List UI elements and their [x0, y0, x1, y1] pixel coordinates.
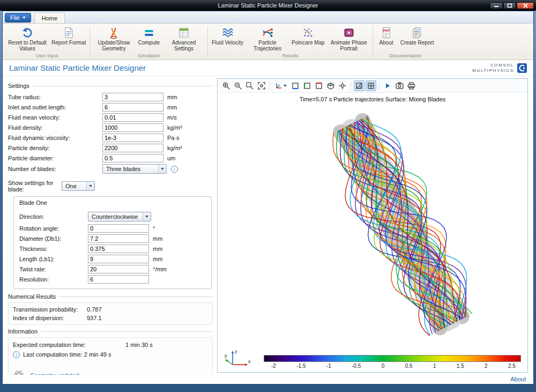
colorbar-tick: -2 [271, 363, 276, 369]
scene-light-icon[interactable] [337, 80, 348, 91]
colorbar: -2 -1.5 -1 -0.5 0 0.5 1 1.5 2 2.5 [264, 355, 521, 369]
twist-rate-input[interactable] [88, 265, 149, 273]
result-row: Transmission probability: 0.787 [13, 305, 208, 314]
field-unit: kg/m³ [167, 124, 182, 131]
view-yz-plane-icon[interactable] [302, 80, 312, 91]
button-label: Reset to Default Values [8, 40, 47, 51]
compute-icon [143, 26, 155, 39]
zoom-out-icon[interactable] [233, 80, 243, 91]
brand-line-2: MULTIPHYSICS [472, 68, 514, 73]
show-blade-select[interactable]: One [62, 181, 95, 191]
field-row-fluid-mean-velocity: Fluid mean velocity: m/s [8, 112, 213, 122]
direction-select[interactable]: Counterclockwise [88, 212, 151, 221]
field-unit: Pa·s [167, 135, 180, 141]
number-of-blades-select[interactable]: Three blades [102, 164, 167, 174]
poincare-map-button[interactable]: Poincare Map [289, 25, 327, 46]
information-box: Expected computation time: 1 min 30 s La… [8, 337, 213, 375]
ribbon: Reset to Default Values Report Format Us… [3, 24, 533, 60]
view-xy-plane-icon[interactable] [290, 80, 301, 91]
advanced-settings-button[interactable]: Advanced Settings [162, 25, 206, 51]
default-3d-view-icon[interactable] [325, 80, 336, 91]
file-menu-button[interactable]: File [5, 13, 31, 23]
field-unit: mm [153, 235, 162, 242]
minimize-icon [494, 3, 499, 8]
chevron-down-icon [158, 165, 166, 173]
zoom-extents-icon[interactable] [256, 80, 267, 91]
info-icon [13, 351, 20, 358]
field-label: Resolution: [19, 276, 88, 283]
field-row-number-of-blades: Number of blades: Three blades [8, 163, 213, 175]
view-orientation-dropdown[interactable] [273, 80, 289, 91]
file-menu-label: File [10, 14, 20, 21]
numerical-results-box: Transmission probability: 0.787 Index of… [8, 302, 213, 325]
create-report-button[interactable]: Create Report [398, 25, 436, 46]
button-label: Animate Phase Portrait [329, 40, 369, 51]
field-label: Diameter (Db1): [19, 235, 88, 242]
zoom-box-icon[interactable] [244, 80, 255, 91]
view-zx-plane-icon[interactable] [314, 80, 324, 91]
play-animation-icon[interactable] [382, 80, 393, 91]
field-label: Fluid dynamic viscosity: [8, 135, 102, 141]
about-link[interactable]: About [510, 376, 526, 382]
maximize-button[interactable] [503, 2, 516, 9]
fluid-dynamic-viscosity-input[interactable] [102, 134, 163, 142]
field-row-tube-radius: Tube radius: mm [8, 92, 213, 102]
zoom-in-icon[interactable] [221, 80, 232, 91]
reset-defaults-button[interactable]: Reset to Default Values [5, 25, 49, 51]
report-format-button[interactable]: Report Format [49, 25, 88, 46]
ribbon-group-documentation: PDF About Create Report Documentation [374, 25, 437, 60]
chevron-down-icon [143, 212, 151, 221]
selected-option: One [62, 183, 86, 189]
pdf-document-icon: PDF [380, 26, 393, 39]
snapshot-icon[interactable] [394, 80, 405, 91]
transparency-toggle-icon[interactable] [354, 80, 364, 91]
tab-home[interactable]: Home [34, 12, 65, 23]
result-row: Index of dispersion: 937.1 [13, 314, 208, 322]
mixer-3d-plot [218, 103, 527, 349]
particle-trajectories-button[interactable]: Particle Trajectories [245, 25, 289, 51]
fluid-mean-velocity-input[interactable] [102, 113, 163, 122]
update-show-geometry-button[interactable]: Update/Show Geometry [92, 25, 136, 51]
thickness-input[interactable] [88, 245, 149, 253]
button-label: Update/Show Geometry [94, 40, 133, 51]
inlet-outlet-length-input[interactable] [102, 103, 163, 112]
tube-radius-input[interactable] [102, 93, 163, 101]
field-row-thickness: Thickness: mm [19, 243, 207, 254]
field-label: Fluid mean velocity: [8, 114, 102, 121]
compute-button[interactable]: Compute [136, 25, 162, 46]
close-button[interactable] [517, 2, 534, 9]
titlebar[interactable]: Laminar Static Particle Mixer Designer [0, 0, 536, 11]
wireframe-toggle-icon[interactable] [366, 80, 376, 91]
page-title: Laminar Static Particle Mixer Designer [9, 63, 146, 72]
button-label: About [379, 40, 393, 46]
particle-diameter-input[interactable] [102, 154, 163, 162]
diameter-db1-input[interactable] [88, 234, 149, 243]
coordinate-axes-indicator: z x y [224, 349, 252, 369]
fluid-density-input[interactable] [102, 123, 163, 132]
chevron-down-icon [284, 85, 287, 87]
blade-one-group: Blade One Direction: Counterclockwise Ro… [13, 196, 212, 289]
animate-phase-portrait-button[interactable]: Animate Phase Portrait [327, 25, 371, 51]
field-label: Inlet and outlet length: [8, 104, 102, 110]
chevron-down-icon [86, 182, 94, 190]
resolution-input[interactable] [88, 275, 149, 284]
rotation-angle-input[interactable] [88, 224, 149, 233]
field-unit: m/s [167, 114, 177, 121]
result-label: Index of dispersion: [13, 315, 87, 321]
ribbon-tab-row: File Home [3, 11, 533, 24]
length-lb1-input[interactable] [88, 255, 149, 263]
blades-info-icon[interactable] [171, 166, 178, 173]
graphics-toolbar [218, 79, 527, 93]
plot-area[interactable] [218, 103, 527, 349]
colorbar-ticks: -2 -1.5 -1 -0.5 0 0.5 1 1.5 2 2.5 [264, 362, 521, 369]
minimize-button[interactable] [490, 2, 503, 9]
print-icon[interactable] [406, 80, 416, 91]
field-label: Direction: [19, 213, 88, 220]
brand-line-1: COMSOL [472, 63, 514, 68]
chevron-down-icon [23, 17, 26, 19]
about-button[interactable]: PDF About [375, 25, 398, 46]
particle-density-input[interactable] [102, 144, 163, 152]
expected-time-label: Expected computation time: [13, 342, 122, 348]
fluid-velocity-button[interactable]: Fluid Velocity [210, 25, 245, 46]
last-computation-row: Last computation time: 2 min 49 s [13, 350, 208, 359]
